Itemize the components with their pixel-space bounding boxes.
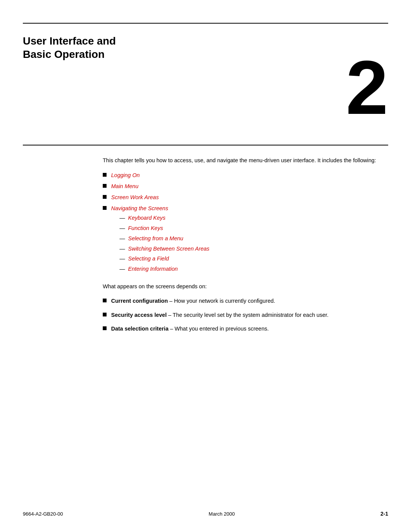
selecting-menu-link[interactable]: Selecting from a Menu xyxy=(128,235,183,243)
mid-rule xyxy=(23,145,388,145)
current-config-item: Current configuration – How your network… xyxy=(111,297,275,305)
bullet-square-icon xyxy=(103,173,107,177)
screen-work-areas-link[interactable]: Screen Work Areas xyxy=(111,193,159,202)
security-access-rest: – The security level set by the system a… xyxy=(167,312,328,318)
data-selection-item: Data selection criteria – What you enter… xyxy=(111,324,269,333)
bullet-square-icon xyxy=(103,326,107,330)
footer-right: 2-1 xyxy=(381,511,388,517)
footer-left: 9664-A2-GB20-00 xyxy=(23,511,63,517)
page: User Interface and Basic Operation 2 Thi… xyxy=(0,0,411,532)
current-config-term: Current configuration xyxy=(111,298,168,304)
sub-list-item: — Keyboard Keys xyxy=(119,214,209,222)
list-item: Current configuration – How your network… xyxy=(103,297,388,305)
chapter-title-line2: Basic Operation xyxy=(23,48,105,60)
intro-paragraph: This chapter tells you how to access, us… xyxy=(103,156,388,165)
switching-screen-areas-link[interactable]: Switching Between Screen Areas xyxy=(128,245,210,253)
function-keys-link[interactable]: Function Keys xyxy=(128,224,163,233)
keyboard-keys-link[interactable]: Keyboard Keys xyxy=(128,214,166,222)
bullet-square-icon xyxy=(103,299,107,302)
list-item: Security access level – The security lev… xyxy=(103,311,388,319)
sub-list-item: — Selecting a Field xyxy=(119,255,209,263)
bottom-bullet-list: Current configuration – How your network… xyxy=(103,297,388,333)
list-item: Data selection criteria – What you enter… xyxy=(103,324,388,333)
dash-icon: — xyxy=(119,265,125,273)
sub-list-item: — Entering Information xyxy=(119,265,209,273)
bullet-square-icon xyxy=(103,184,107,188)
footer-center: March 2000 xyxy=(209,511,235,517)
navigating-screens-link[interactable]: Navigating the Screens xyxy=(111,205,168,211)
page-footer: 9664-A2-GB20-00 March 2000 2-1 xyxy=(23,511,388,517)
sub-list-item: — Selecting from a Menu xyxy=(119,235,209,243)
security-access-item: Security access level – The security lev… xyxy=(111,311,328,319)
list-item: Logging On xyxy=(103,171,388,180)
chapter-title-area: User Interface and Basic Operation xyxy=(23,34,175,61)
bullet-square-icon xyxy=(103,313,107,316)
main-bullet-list: Logging On Main Menu Screen Work Areas N… xyxy=(103,171,388,275)
top-rule xyxy=(23,23,388,24)
chapter-number: 2 xyxy=(346,50,388,126)
sub-list-item: — Function Keys xyxy=(119,224,209,233)
sub-list-item: — Switching Between Screen Areas xyxy=(119,245,209,253)
sub-list: — Keyboard Keys — Function Keys — Select… xyxy=(119,214,209,273)
chapter-title-line1: User Interface and xyxy=(23,35,116,47)
list-item: Screen Work Areas xyxy=(103,193,388,202)
dash-icon: — xyxy=(119,235,125,243)
bullet-square-icon xyxy=(103,206,107,210)
main-menu-link[interactable]: Main Menu xyxy=(111,182,139,191)
security-access-term: Security access level xyxy=(111,312,167,318)
entering-information-link[interactable]: Entering Information xyxy=(128,265,178,273)
logging-on-link[interactable]: Logging On xyxy=(111,171,140,180)
data-selection-rest: – What you entered in previous screens. xyxy=(169,326,269,332)
what-appears-paragraph: What appears on the screens depends on: xyxy=(103,282,388,291)
dash-icon: — xyxy=(119,255,125,263)
chapter-title: User Interface and Basic Operation xyxy=(23,34,175,61)
list-item: Navigating the Screens — Keyboard Keys —… xyxy=(103,204,388,275)
list-item: Main Menu xyxy=(103,182,388,191)
selecting-field-link[interactable]: Selecting a Field xyxy=(128,255,169,263)
content-area: This chapter tells you how to access, us… xyxy=(103,156,388,339)
dash-icon: — xyxy=(119,214,125,222)
dash-icon: — xyxy=(119,224,125,233)
dash-icon: — xyxy=(119,245,125,253)
current-config-rest: – How your network is currently configur… xyxy=(168,298,275,304)
data-selection-term: Data selection criteria xyxy=(111,326,169,332)
bullet-square-icon xyxy=(103,195,107,199)
